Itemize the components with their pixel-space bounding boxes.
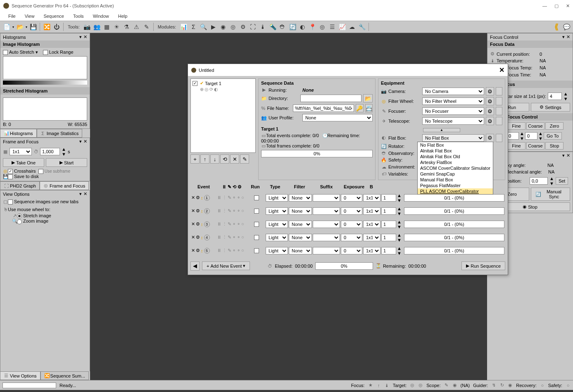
close-button[interactable]: ✕ [566,3,570,9]
foc-settings[interactable]: ⚙ [486,107,494,115]
ev-run-check[interactable] [254,235,259,240]
tool-sun-icon[interactable]: ☀ [113,23,121,31]
hdr-gear-icon[interactable]: ⚙ [238,184,242,190]
ms-dn[interactable]: ▼ [563,96,568,101]
target-reset-button[interactable]: ⟲ [220,154,229,164]
goto-button[interactable]: Go To [544,132,562,140]
sp-up[interactable]: ▲ [549,176,554,181]
mod-contrast-icon[interactable]: ◐ [298,23,307,31]
ev-filter-select[interactable]: None [289,221,312,228]
ev-i4[interactable]: ⚬ [232,248,236,253]
out-fine-button[interactable]: Fine [507,142,525,150]
ev-i5[interactable]: ⚬ [237,235,240,240]
ev-bin-select[interactable]: 1x1 [363,234,380,241]
ev-i6[interactable]: ○ [241,248,244,253]
s2-dn[interactable]: ▼ [538,136,543,141]
notify-icon[interactable]: ⟪ [552,23,561,31]
ev-rep-up[interactable]: ▲ [397,219,402,224]
crosshairs-check[interactable] [8,169,13,174]
ev-i1[interactable]: ⏸ [217,221,221,227]
ev-type-select[interactable]: Light [266,221,288,228]
run-sequence-button[interactable]: ▶ Run Sequence [461,261,505,270]
target-delete-button[interactable]: ✕ [230,154,239,164]
tool-grid-icon[interactable]: ▦ [103,23,111,31]
gradient-bar[interactable] [3,81,87,85]
ev-type-select[interactable]: Light [266,247,288,254]
ev-i6[interactable]: ○ [241,195,244,200]
filter-select[interactable]: No Filter Wheel [422,97,484,105]
mod-expand-icon[interactable]: ⛶ [249,23,257,31]
cam-connect[interactable] [496,87,502,95]
exposure-input[interactable] [40,148,60,155]
menu-help[interactable]: Help [118,14,128,19]
fb-opt-3[interactable]: Artesky FlatBox [418,159,493,165]
lock-range-check[interactable] [43,50,48,55]
ev-i1[interactable]: ⏸ [217,208,221,214]
ev-i3[interactable]: ✎ [228,195,231,200]
mod-wrench-icon[interactable]: 🔧 [358,23,366,31]
tool-warn-icon[interactable]: ⚠ [133,23,141,31]
directory-input[interactable] [300,95,361,102]
browse-dir-button[interactable]: 📂 [363,94,373,102]
ev-exp-select[interactable]: 0 [341,207,362,215]
fb-opt-4[interactable]: ASCOM CoverCalibrator Simulator [418,165,493,171]
out-stop-button[interactable]: Stop [545,142,563,150]
mod-list-icon[interactable]: ☰ [328,23,336,31]
ev-i4[interactable]: ⚬ [232,208,236,214]
ev-up-icon[interactable]: ↕ [201,248,203,253]
vo-dropdown-icon[interactable]: ▾ [79,191,82,197]
ev-delete-icon[interactable]: ✕ [191,221,195,227]
ev-i6[interactable]: ○ [241,208,244,214]
menu-window[interactable]: Window [93,14,109,19]
tb-shuffle[interactable]: 🔀 [43,23,51,31]
add-event-button[interactable]: + Add New Event ▾ [202,261,250,270]
ev-rep-dn[interactable]: ▼ [397,224,402,229]
stretch-radio[interactable] [17,214,22,219]
ev-up-icon[interactable]: ↕ [201,209,203,214]
ev-i2[interactable]: ⋮ [222,208,227,214]
ev-suffix-select[interactable] [313,194,340,202]
ff-close-icon[interactable]: ✕ [83,139,87,144]
fb-opt-1[interactable]: Alnitak Flat Box [418,148,493,154]
ev-i5[interactable]: ⚬ [237,195,240,200]
save-check[interactable] [8,174,13,179]
newtabs-check[interactable] [8,200,13,204]
ff-dropdown-icon[interactable]: ▾ [79,139,82,144]
ev-i4[interactable]: ⚬ [232,221,236,227]
ev-gear-icon[interactable]: ⚙ [196,248,200,253]
menu-tools[interactable]: Tools [73,14,84,19]
ev-rep-input[interactable] [381,207,396,215]
af-settings-button[interactable]: ⚙ Settings [531,103,570,112]
ev-i2[interactable]: ⋮ [222,248,227,253]
mod-target2-icon[interactable]: ◎ [318,23,326,31]
ev-rep-input[interactable] [381,247,396,254]
ev-i1[interactable]: ⏸ [217,195,221,200]
fb-opt-6[interactable]: Manual Flat Box [418,177,493,183]
ev-rep-input[interactable] [381,221,396,228]
ev-delete-icon[interactable]: ✕ [191,248,195,253]
ev-i3[interactable]: ✎ [228,208,231,214]
menu-file[interactable]: File [8,14,16,19]
fc-close-icon[interactable]: ✕ [566,34,570,40]
max-button[interactable]: ▢ [554,3,559,9]
mod-target-icon[interactable]: ◎ [229,23,237,31]
ev-suffix-select[interactable] [313,207,340,215]
camera-select[interactable]: No Camera [422,88,484,95]
ms-up[interactable]: ▲ [563,91,568,96]
ev-suffix-select[interactable] [313,221,340,228]
rot-dropdown-icon[interactable]: ▾ [562,153,565,158]
mod-flash-icon[interactable]: 🔦 [269,23,277,31]
bin-select[interactable]: 1x1 [10,148,32,155]
tool-profile-icon[interactable]: 👥 [93,23,101,31]
ev-exp-select[interactable]: 0 [341,247,362,254]
hdr-reset-icon[interactable]: ⟲ [233,184,236,190]
ev-i5[interactable]: ⚬ [237,248,240,253]
ev-exp-select[interactable]: 0 [341,194,362,202]
ev-delete-icon[interactable]: ✕ [191,195,195,200]
tab-phd2[interactable]: ⛶PHD2 Graph [0,181,40,190]
ev-rep-up[interactable]: ▲ [397,246,402,251]
t-icon3[interactable]: ⟳ [209,87,213,92]
ev-type-select[interactable]: Light [266,207,288,215]
ev-i3[interactable]: ✎ [228,235,231,240]
mod-dome-icon[interactable]: ⛑ [278,23,287,31]
